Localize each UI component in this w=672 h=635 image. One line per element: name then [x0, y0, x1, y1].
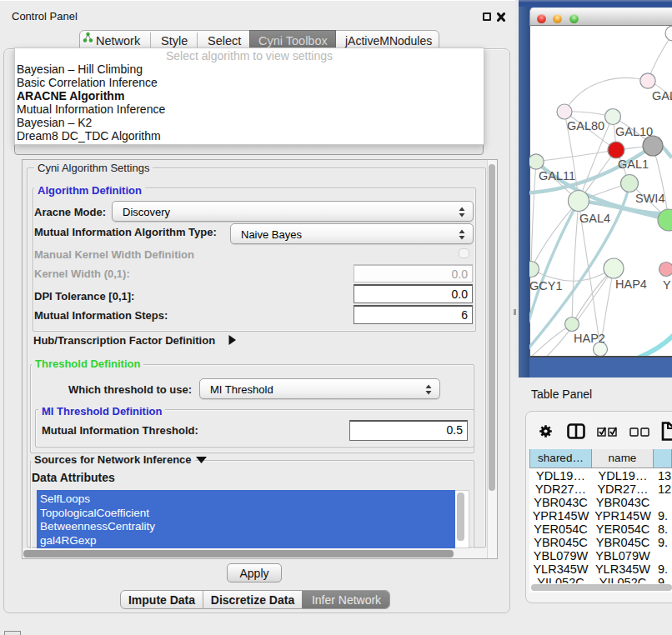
svg-text:GAL: GAL — [652, 89, 672, 102]
svg-text:GAL80: GAL80 — [567, 119, 604, 132]
svg-text:GCY1: GCY1 — [529, 279, 563, 292]
svg-text:GAL1: GAL1 — [618, 158, 649, 171]
svg-text:GAL10: GAL10 — [615, 125, 653, 138]
svg-text:HAP4: HAP4 — [615, 278, 647, 291]
svg-text:GAL4: GAL4 — [579, 212, 610, 225]
svg-text:SWI4: SWI4 — [635, 192, 664, 205]
svg-text:Y: Y — [663, 278, 671, 292]
svg-text:HAP2: HAP2 — [574, 332, 605, 345]
svg-text:GAL11: GAL11 — [539, 169, 575, 182]
